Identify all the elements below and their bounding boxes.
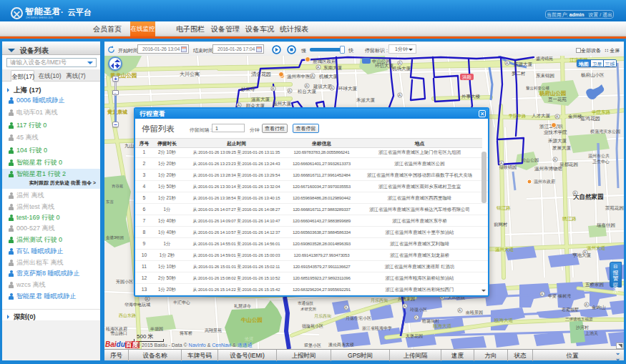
svg-text:A: A	[146, 297, 149, 301]
svg-text:半塘园: 半塘园	[150, 326, 163, 332]
svg-text:松山公园: 松山公园	[522, 158, 539, 163]
svg-text:温州大厦: 温州大厦	[273, 101, 292, 107]
svg-text:A: A	[556, 114, 559, 119]
svg-text:梧埏街村: 梧埏街村	[421, 318, 439, 324]
svg-text:鹿城区政府: 鹿城区政府	[313, 59, 336, 64]
svg-text:环球大厦: 环球大厦	[338, 86, 358, 92]
svg-text:华海中电玩城: 华海中电玩城	[124, 302, 150, 308]
svg-text:大堡花园: 大堡花园	[406, 333, 423, 339]
svg-text:学院中路: 学院中路	[509, 113, 526, 119]
svg-text:玲珑小区: 玲珑小区	[410, 307, 427, 313]
svg-text:A: A	[305, 84, 308, 88]
svg-text:百谷庭: 百谷庭	[112, 184, 124, 189]
svg-text:亘一花苑: 亘一花苑	[548, 97, 567, 102]
svg-text:A: A	[459, 308, 461, 313]
svg-text:盛湾锦苑: 盛湾锦苑	[536, 56, 553, 62]
svg-text:金岣山: 金岣山	[592, 305, 606, 310]
svg-text:A: A	[506, 61, 509, 65]
svg-text:东南大厦: 东南大厦	[323, 65, 343, 71]
svg-text:五桥家园: 五桥家园	[585, 282, 604, 287]
svg-text:A: A	[574, 191, 577, 195]
svg-text:A: A	[415, 315, 418, 320]
svg-text:绣江路: 绣江路	[562, 216, 577, 222]
svg-text:上池关: 上池关	[585, 330, 598, 336]
svg-text:嘉鸿花园: 嘉鸿花园	[580, 116, 600, 122]
svg-text:A: A	[272, 87, 275, 91]
svg-text:发展大厦: 发展大厦	[552, 145, 572, 151]
svg-text:妙果寺: 妙果寺	[241, 87, 255, 92]
svg-text:兴典家园: 兴典家园	[398, 296, 415, 302]
svg-text:双堡小区: 双堡小区	[304, 343, 321, 348]
svg-text:金州楼: 金州楼	[568, 114, 582, 119]
svg-text:A: A	[584, 250, 587, 255]
svg-text:杨府山公园: 杨府山公园	[539, 90, 567, 97]
svg-text:前网村: 前网村	[494, 222, 508, 227]
svg-text:A: A	[554, 157, 557, 162]
svg-text:礼慧讲寺: 礼慧讲寺	[234, 303, 251, 309]
svg-text:市通信技: 市通信技	[298, 300, 314, 306]
svg-text:梦二村: 梦二村	[512, 71, 526, 77]
svg-text:环信大厦: 环信大厦	[375, 63, 394, 69]
svg-text:锦江路: 锦江路	[496, 205, 511, 211]
svg-text:牛山公园: 牛山公园	[240, 317, 263, 323]
svg-text:A: A	[585, 302, 588, 307]
svg-text:建设大厦: 建设大厦	[313, 84, 333, 89]
svg-text:业技术学院: 业技术学院	[544, 129, 567, 135]
svg-text:大川公寓: 大川公寓	[180, 72, 200, 77]
svg-text:丰汇中心: 丰汇中心	[173, 300, 190, 305]
svg-text:A: A	[331, 86, 333, 90]
svg-text:A: A	[500, 161, 503, 165]
svg-text:南瓯景园: 南瓯景园	[466, 310, 483, 315]
svg-text:浙江省瓯海中学: 浙江省瓯海中学	[362, 326, 392, 331]
svg-text:A: A	[345, 305, 348, 310]
svg-text:学院东路: 学院东路	[592, 109, 611, 115]
svg-text:瓯海大道: 瓯海大道	[494, 318, 514, 323]
svg-text:德璇苑小区: 德璇苑小区	[302, 323, 323, 329]
svg-text:澳伦商务大楼: 澳伦商务大楼	[328, 342, 354, 348]
svg-text:瓯海大道: 瓯海大道	[433, 323, 452, 329]
svg-text:雪山路口: 雪山路口	[110, 331, 127, 336]
svg-text:西山东路: 西山东路	[119, 313, 136, 318]
svg-text:沧河: 沧河	[244, 337, 253, 342]
svg-text:亨地大厦: 亨地大厦	[572, 252, 592, 258]
svg-text:瑞嘉佳园: 瑞嘉佳园	[597, 222, 615, 228]
svg-text:东首: 东首	[105, 200, 114, 204]
svg-text:温富大厦: 温富大厦	[251, 97, 270, 102]
svg-text:大自然家园: 大自然家园	[573, 193, 604, 200]
svg-text:月乐西街: 月乐西街	[371, 298, 388, 303]
svg-text:茶苑花园: 茶苑花园	[605, 205, 624, 211]
svg-text:禾派大厦: 禾派大厦	[356, 97, 376, 103]
svg-text:禾源大厦: 禾源大厦	[548, 138, 567, 144]
svg-text:金塘3组团: 金塘3组团	[106, 235, 124, 240]
svg-text:A: A	[311, 74, 314, 78]
svg-text:松台大厦: 松台大厦	[298, 89, 317, 94]
svg-text:东源大厦: 东源大厦	[514, 62, 533, 67]
svg-text:月乐西街: 月乐西街	[314, 314, 332, 319]
svg-text:中梁·橡树湾: 中梁·橡树湾	[548, 293, 571, 299]
svg-text:温州市政府: 温州市政府	[534, 179, 555, 184]
svg-text:外事大楼: 外事大楼	[461, 94, 481, 99]
svg-text:机场大厦: 机场大厦	[392, 66, 411, 72]
svg-text:洪殿: 洪殿	[462, 74, 472, 80]
svg-text:高翔景苑: 高翔景苑	[205, 328, 222, 333]
svg-text:机械大厦: 机械大厦	[319, 74, 338, 79]
svg-text:人才大厦: 人才大厦	[532, 113, 551, 119]
svg-text:将军桥: 将军桥	[179, 331, 192, 335]
svg-text:A: A	[541, 292, 544, 296]
svg-text:东来锦园: 东来锦园	[536, 73, 554, 78]
svg-text:温州大道: 温州大道	[495, 247, 514, 252]
svg-text:温州大道: 温州大道	[587, 245, 606, 251]
svg-text:横蒲湾滨水公园: 横蒲湾滨水公园	[590, 129, 620, 134]
svg-text:清金花园: 清金花园	[251, 72, 271, 77]
svg-text:A: A	[404, 304, 406, 308]
svg-text:A: A	[398, 61, 401, 65]
svg-text:杨府山小区: 杨府山小区	[580, 72, 605, 78]
svg-text:沙河村: 沙河村	[575, 325, 589, 330]
svg-text:月落住宅小区: 月落住宅小区	[346, 315, 371, 321]
svg-text:温州市公共: 温州市公共	[588, 153, 610, 158]
svg-text:A: A	[288, 89, 291, 93]
svg-text:君庭领墅: 君庭领墅	[562, 307, 579, 313]
svg-text:芳园小区: 芳园小区	[116, 279, 133, 285]
svg-text:A: A	[317, 65, 320, 69]
svg-text:术研究所: 术研究所	[300, 307, 317, 311]
